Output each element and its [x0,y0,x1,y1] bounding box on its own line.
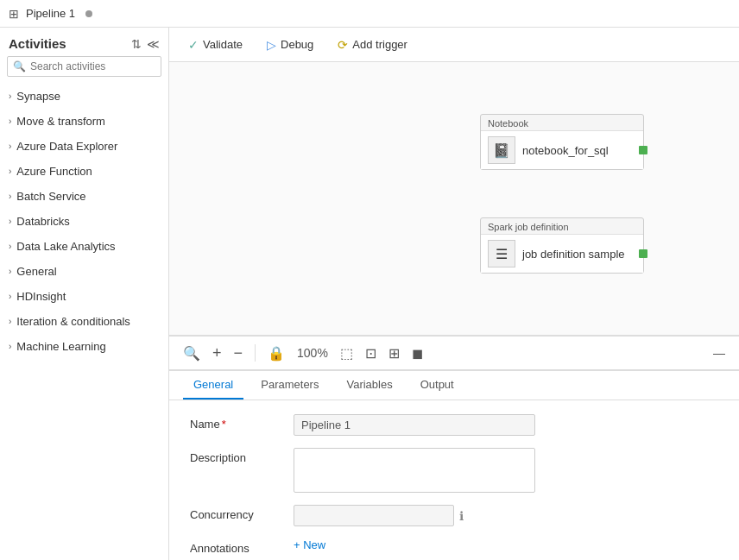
description-textarea[interactable] [294,448,535,493]
spark-card-header: Spark job definition [481,218,643,234]
spark-card-label: job definition sample [522,248,625,261]
sidebar-arrow-7: › [9,267,11,276]
name-label: Name* [190,414,294,431]
sidebar-arrow-8: › [9,292,11,301]
sidebar-label-3: Azure Function [16,165,92,178]
sidebar-arrow-10: › [9,342,11,351]
sidebar: Activities ⇅ ≪ 🔍 ›Synapse›Move & transfo… [0,28,169,560]
sidebar-item-general[interactable]: ›General [0,259,168,284]
sidebar-label-10: Machine Learning [16,340,105,353]
sidebar-arrow-2: › [9,142,11,151]
concurrency-input-row: ℹ [294,505,464,526]
new-annotation-button[interactable]: + New [294,538,325,551]
canvas-area[interactable]: Notebook 📓 notebook_for_sql Spark job de… [169,62,739,336]
sidebar-item-move---transform[interactable]: ›Move & transform [0,109,168,134]
spark-card-status-dot [639,249,647,258]
title-bar: ⊞ Pipeline 1 [0,0,739,28]
sidebar-label-1: Move & transform [16,115,105,128]
toolbar: ✓ Validate ▷ Debug ⟳ Add trigger [169,28,739,62]
sidebar-label-0: Synapse [16,90,60,103]
tab-output[interactable]: Output [410,371,464,400]
sidebar-label-9: Iteration & conditionals [16,315,130,328]
sidebar-item-data-lake-analytics[interactable]: ›Data Lake Analytics [0,234,168,259]
sidebar-item-batch-service[interactable]: ›Batch Service [0,184,168,209]
spark-card[interactable]: Spark job definition ☰ job definition sa… [480,217,644,274]
concurrency-label: Concurrency [190,505,294,521]
canvas-connect-icon[interactable]: ◼ [412,345,423,362]
sidebar-arrow-6: › [9,242,11,251]
name-required: * [222,418,226,431]
debug-icon: ▷ [267,38,276,52]
search-input[interactable] [7,56,161,77]
add-trigger-label: Add trigger [352,38,407,51]
canvas-fit-icon[interactable]: 100% [297,346,328,360]
annotations-label: Annotations [190,538,294,555]
sidebar-label-5: Databricks [16,215,69,228]
notebook-card[interactable]: Notebook 📓 notebook_for_sql [480,114,644,170]
canvas-add-icon[interactable]: + [212,344,222,362]
concurrency-info-icon: ℹ [459,509,464,523]
filter-icon[interactable]: ⇅ [131,37,142,51]
bottom-tabs: GeneralParametersVariablesOutput [169,371,739,400]
pipeline-icon: ⊞ [9,7,19,21]
description-label: Description [190,448,294,464]
name-input[interactable] [294,414,535,436]
sidebar-item-iteration---conditionals[interactable]: ›Iteration & conditionals [0,309,168,334]
debug-button[interactable]: ▷ Debug [262,35,319,55]
search-icon: 🔍 [13,60,26,72]
sidebar-label-7: General [16,265,56,278]
notebook-card-body: 📓 notebook_for_sql [481,130,643,169]
sidebar-arrow-4: › [9,192,11,201]
add-trigger-button[interactable]: ⟳ Add trigger [332,35,413,55]
sidebar-item-azure-function[interactable]: ›Azure Function [0,159,168,184]
sidebar-item-azure-data-explorer[interactable]: ›Azure Data Explorer [0,134,168,159]
content-area: ✓ Validate ▷ Debug ⟳ Add trigger Noteboo… [169,28,739,560]
sidebar-title: Activities [9,36,66,51]
sidebar-arrow-3: › [9,167,11,176]
sidebar-arrow-9: › [9,317,11,326]
tab-variables[interactable]: Variables [336,371,402,400]
canvas-minus-icon[interactable]: − [234,344,243,362]
main-layout: Activities ⇅ ≪ 🔍 ›Synapse›Move & transfo… [0,28,739,560]
sidebar-header: Activities ⇅ ≪ [0,28,168,56]
annotations-row: Annotations + New [190,538,718,555]
sidebar-list: ›Synapse›Move & transform›Azure Data Exp… [0,84,168,560]
sidebar-item-synapse[interactable]: ›Synapse [0,84,168,109]
notebook-card-label: notebook_for_sql [522,144,609,157]
sidebar-arrow-5: › [9,217,11,226]
sidebar-label-2: Azure Data Explorer [16,140,117,153]
canvas-search-icon[interactable]: 🔍 [183,345,200,362]
notebook-card-header: Notebook [481,115,643,130]
sidebar-item-machine-learning[interactable]: ›Machine Learning [0,334,168,359]
sidebar-label-8: HDInsight [16,290,66,303]
canvas-layout-icon[interactable]: ⊞ [388,345,400,362]
notebook-card-status-dot [639,146,647,154]
debug-label: Debug [281,38,313,51]
sidebar-item-databricks[interactable]: ›Databricks [0,209,168,234]
sidebar-label-6: Data Lake Analytics [16,240,115,253]
sidebar-item-hdinsight[interactable]: ›HDInsight [0,284,168,309]
canvas-select-icon[interactable]: ⊡ [365,345,376,362]
sidebar-arrow-1: › [9,116,11,126]
collapse-icon[interactable]: ≪ [147,37,160,51]
canvas-minimize-icon[interactable]: — [713,346,725,360]
bottom-content: Name* Description Concurrency ℹ Anno [169,400,739,560]
spark-card-icon: ☰ [488,240,515,267]
trigger-icon: ⟳ [338,38,348,52]
sidebar-label-4: Batch Service [16,190,85,203]
tab-parameters[interactable]: Parameters [250,371,329,400]
canvas-lock-icon[interactable]: 🔒 [268,345,285,362]
description-row: Description [190,448,718,493]
spark-card-body: ☰ job definition sample [481,234,643,273]
unsaved-dot [85,10,92,17]
tab-general[interactable]: General [183,371,243,400]
notebook-card-icon: 📓 [488,136,515,164]
sidebar-controls: ⇅ ≪ [131,37,160,51]
validate-button[interactable]: ✓ Validate [183,35,248,55]
canvas-toolbar: 🔍 + − 🔒 100% ⬚ ⊡ ⊞ ◼ — [169,336,739,370]
name-row: Name* [190,414,718,436]
search-box: 🔍 [7,56,161,77]
canvas-separator-1 [255,344,256,362]
canvas-frame-icon[interactable]: ⬚ [340,345,353,362]
concurrency-input[interactable] [294,505,454,526]
